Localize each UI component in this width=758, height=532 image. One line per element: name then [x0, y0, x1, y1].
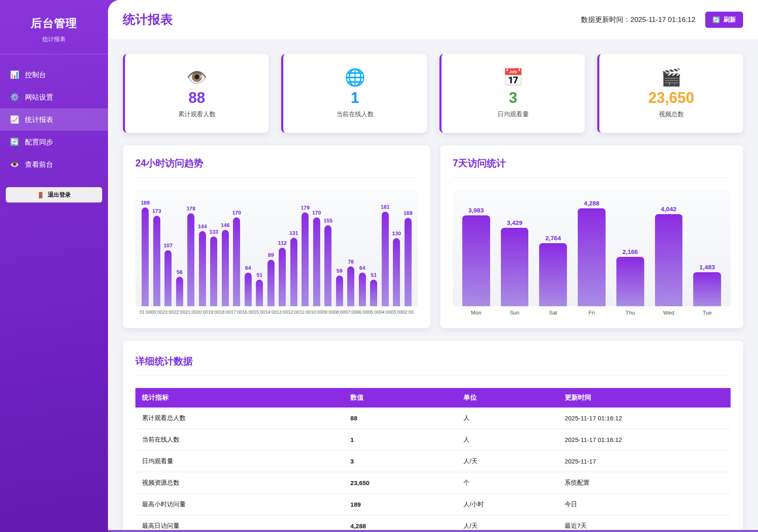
bar-23:00: 107 [162, 242, 174, 306]
sidebar-item-dashboard[interactable]: 📊控制台 [0, 63, 108, 86]
table-header-cell: 更新时间 [558, 388, 731, 408]
bar-05:00: 51 [368, 272, 380, 306]
bar [405, 218, 412, 306]
sidebar-item-label: 网站设置 [25, 93, 53, 102]
bar-value-label: 51 [371, 272, 377, 278]
bar-value-label: 130 [392, 230, 401, 237]
bar-07:00: 76 [345, 259, 357, 306]
refresh-label: 刷新 [724, 16, 736, 24]
table-header-row: 统计指标数值单位更新时间 [135, 388, 731, 408]
logout-button[interactable]: 🚪 退出登录 [6, 187, 102, 203]
x-axis-label: 22:00 [174, 310, 186, 315]
x-axis-label: 08:00 [334, 310, 346, 315]
page-header: 统计报表 数据更新时间：2025-11-17 01:16:12 🔄 刷新 [108, 0, 758, 40]
x-axis-label-text: 13:00 [277, 310, 288, 315]
x-axis-label: Wed [650, 310, 688, 316]
x-axis-label-text: 20:00 [196, 310, 208, 315]
bar-09:00: 155 [322, 217, 334, 306]
x-axis-label: 16:00 [243, 310, 254, 315]
bar [359, 273, 366, 306]
x-axis-label-text: 10:00 [311, 310, 322, 315]
x-axis-label-text: 01:00 [140, 310, 151, 315]
x-axis-label: 14:00 [265, 310, 277, 315]
x-axis-label-text: 04:00 [379, 310, 391, 315]
stat-card-daily-average: 📅3日均观看量 [439, 54, 585, 133]
x-axis-label: 15:00 [254, 310, 265, 315]
bar-value-label: 173 [152, 208, 161, 214]
bar [539, 243, 567, 306]
header-actions: 数据更新时间：2025-11-17 01:16:12 🔄 刷新 [581, 12, 743, 28]
table-cell: 23,650 [344, 472, 457, 494]
bar-value-label: 170 [232, 210, 241, 216]
x-axis-label: 11:00 [299, 310, 311, 315]
x-axis-label: Tue [688, 310, 726, 316]
bar-Fri: 4,288 [572, 200, 611, 306]
app-root: 后台管理 统计报表 📊控制台⚙️网站设置📈统计报表🔄配置同步👁️查看前台 🚪 退… [0, 0, 758, 532]
door-icon: 🚪 [37, 192, 44, 198]
sidebar-item-label: 查看前台 [25, 160, 53, 169]
x-axis-label-text: 23:00 [162, 310, 174, 315]
sidebar-item-stats-report[interactable]: 📈统计报表 [0, 108, 108, 131]
bar [462, 215, 490, 306]
x-axis-label-text: 11:00 [299, 310, 311, 315]
table-row: 累计观看总人数88人2025-11-17 01:16:12 [135, 408, 731, 429]
sidebar-item-view-frontend[interactable]: 👁️查看前台 [0, 153, 108, 176]
bar [290, 238, 297, 306]
bar-value-label: 181 [380, 204, 390, 210]
divider [453, 177, 731, 178]
x-axis-label-text: 03:00 [391, 310, 402, 315]
table-cell: 人/天 [457, 515, 558, 532]
update-time: 数据更新时间：2025-11-17 01:16:12 [581, 15, 696, 24]
main-content: 统计报表 数据更新时间：2025-11-17 01:16:12 🔄 刷新 👁️8… [108, 0, 758, 532]
x-axis-label: Fri [572, 310, 611, 316]
x-axis-label: Mon [457, 310, 496, 316]
table-cell: 今日 [558, 494, 731, 515]
bar [393, 238, 400, 306]
refresh-button[interactable]: 🔄 刷新 [705, 12, 743, 28]
bar-value-label: 64 [359, 265, 365, 271]
table-row: 日均观看量3人/天2025-11-17 [135, 451, 731, 472]
bar-13:00: 112 [277, 240, 288, 306]
sidebar-item-config-sync[interactable]: 🔄配置同步 [0, 131, 108, 153]
bar-value-label: 64 [245, 265, 251, 271]
x-axis-label-text: Thu [626, 310, 635, 316]
bar-value-label: 133 [209, 229, 218, 235]
bar [210, 237, 217, 306]
stat-value: 3 [509, 89, 517, 107]
refresh-icon: 🔄 [712, 16, 720, 24]
table-cell: 日均观看量 [135, 451, 344, 472]
bar-value-label: 178 [186, 205, 196, 212]
charts-row: 24小时访问趋势 1891731075617814413314617064518… [108, 133, 758, 328]
bar [176, 277, 183, 306]
bar [336, 276, 343, 306]
x-axis-label: 17:00 [231, 310, 243, 315]
bar-Sun: 3,429 [496, 219, 534, 306]
bar-04:00: 181 [380, 204, 391, 306]
x-axis-label: 21:00 [185, 310, 197, 315]
bar-value-label: 3,983 [469, 207, 484, 214]
bar-chart-icon: 📊 [10, 70, 19, 79]
table-cell: 最高小时访问量 [135, 494, 344, 515]
table-cell: 2025-11-17 [558, 451, 731, 472]
bar [501, 228, 529, 306]
bar-value-label: 3,429 [507, 219, 523, 226]
bar-value-label: 2,764 [545, 234, 561, 242]
table-cell: 88 [344, 408, 457, 429]
bar-01:00: 189 [140, 200, 151, 306]
chart-7d-plot: 3,9833,4292,7644,2882,1664,0421,483 [453, 190, 731, 306]
update-time-value: 2025-11-17 01:16:12 [630, 16, 696, 24]
bar [142, 207, 149, 306]
bar [256, 280, 263, 306]
x-axis-label: 18:00 [220, 310, 231, 315]
bar-value-label: 56 [177, 269, 182, 275]
table-cell: 当前在线人数 [135, 429, 344, 451]
chart-increasing-icon: 📈 [10, 115, 19, 124]
table-header-cell: 数值 [344, 388, 457, 408]
x-axis-label: Sun [496, 310, 534, 316]
bar-03:00: 130 [391, 230, 402, 306]
table-cell: 累计观看总人数 [135, 408, 344, 429]
table-cell: 3 [344, 451, 457, 472]
sidebar-item-site-settings[interactable]: ⚙️网站设置 [0, 86, 108, 108]
bar-value-label: 89 [268, 252, 274, 258]
x-axis-label-text: 08:00 [334, 310, 345, 315]
